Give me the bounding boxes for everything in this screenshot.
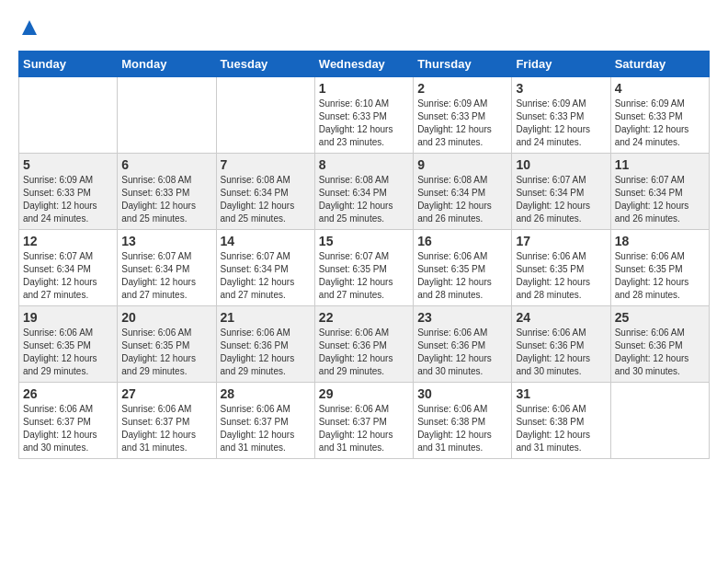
weekday-header: Sunday <box>19 52 118 77</box>
calendar-cell: 19Sunrise: 6:06 AM Sunset: 6:35 PM Dayli… <box>19 306 118 383</box>
day-number: 12 <box>23 234 113 248</box>
day-number: 22 <box>319 310 409 325</box>
day-number: 30 <box>417 386 507 401</box>
day-number: 10 <box>516 157 606 172</box>
day-number: 24 <box>516 310 606 325</box>
calendar-cell: 6Sunrise: 6:08 AM Sunset: 6:33 PM Daylig… <box>118 154 216 230</box>
calendar-cell <box>216 77 314 154</box>
page-header <box>18 18 710 41</box>
calendar-table: SundayMondayTuesdayWednesdayThursdayFrid… <box>18 51 710 459</box>
logo <box>18 18 39 41</box>
day-number: 15 <box>319 234 409 248</box>
day-number: 20 <box>121 310 211 325</box>
day-info: Sunrise: 6:06 AM Sunset: 6:37 PM Dayligh… <box>121 403 211 454</box>
day-info: Sunrise: 6:06 AM Sunset: 6:37 PM Dayligh… <box>319 403 409 454</box>
calendar-header-row: SundayMondayTuesdayWednesdayThursdayFrid… <box>19 52 710 77</box>
day-info: Sunrise: 6:06 AM Sunset: 6:37 PM Dayligh… <box>221 403 311 454</box>
day-number: 27 <box>121 386 211 401</box>
day-number: 29 <box>319 386 409 401</box>
calendar-cell: 5Sunrise: 6:09 AM Sunset: 6:33 PM Daylig… <box>19 154 118 230</box>
day-number: 18 <box>615 234 705 248</box>
calendar-cell: 7Sunrise: 6:08 AM Sunset: 6:34 PM Daylig… <box>216 154 314 230</box>
day-info: Sunrise: 6:08 AM Sunset: 6:34 PM Dayligh… <box>417 174 507 225</box>
calendar-cell: 17Sunrise: 6:06 AM Sunset: 6:35 PM Dayli… <box>512 230 610 306</box>
calendar-week-row: 1Sunrise: 6:10 AM Sunset: 6:33 PM Daylig… <box>19 77 710 154</box>
calendar-cell: 15Sunrise: 6:07 AM Sunset: 6:35 PM Dayli… <box>314 230 413 306</box>
day-info: Sunrise: 6:10 AM Sunset: 6:33 PM Dayligh… <box>319 98 409 149</box>
day-info: Sunrise: 6:06 AM Sunset: 6:35 PM Dayligh… <box>516 250 606 302</box>
day-number: 3 <box>516 81 606 96</box>
calendar-cell: 13Sunrise: 6:07 AM Sunset: 6:34 PM Dayli… <box>118 230 216 306</box>
calendar-cell: 27Sunrise: 6:06 AM Sunset: 6:37 PM Dayli… <box>118 383 216 459</box>
day-info: Sunrise: 6:07 AM Sunset: 6:34 PM Dayligh… <box>615 174 705 225</box>
day-info: Sunrise: 6:06 AM Sunset: 6:36 PM Dayligh… <box>319 327 409 378</box>
day-number: 23 <box>417 310 507 325</box>
day-info: Sunrise: 6:06 AM Sunset: 6:35 PM Dayligh… <box>615 250 705 302</box>
calendar-week-row: 5Sunrise: 6:09 AM Sunset: 6:33 PM Daylig… <box>19 154 710 230</box>
day-info: Sunrise: 6:07 AM Sunset: 6:34 PM Dayligh… <box>23 250 113 302</box>
calendar-cell: 26Sunrise: 6:06 AM Sunset: 6:37 PM Dayli… <box>19 383 118 459</box>
day-number: 21 <box>221 310 311 325</box>
weekday-header: Tuesday <box>216 52 314 77</box>
weekday-header: Thursday <box>414 52 512 77</box>
calendar-cell: 22Sunrise: 6:06 AM Sunset: 6:36 PM Dayli… <box>314 306 413 383</box>
day-number: 13 <box>121 234 211 248</box>
day-number: 9 <box>417 157 507 172</box>
day-number: 5 <box>23 157 113 172</box>
day-info: Sunrise: 6:06 AM Sunset: 6:38 PM Dayligh… <box>417 403 507 454</box>
calendar-cell: 18Sunrise: 6:06 AM Sunset: 6:35 PM Dayli… <box>610 230 709 306</box>
day-info: Sunrise: 6:07 AM Sunset: 6:34 PM Dayligh… <box>121 250 211 302</box>
day-number: 8 <box>319 157 409 172</box>
svg-marker-0 <box>22 20 37 35</box>
day-number: 28 <box>221 386 311 401</box>
day-number: 1 <box>319 81 409 96</box>
calendar-week-row: 26Sunrise: 6:06 AM Sunset: 6:37 PM Dayli… <box>19 383 710 459</box>
day-info: Sunrise: 6:09 AM Sunset: 6:33 PM Dayligh… <box>516 98 606 149</box>
calendar-cell: 28Sunrise: 6:06 AM Sunset: 6:37 PM Dayli… <box>216 383 314 459</box>
calendar-week-row: 19Sunrise: 6:06 AM Sunset: 6:35 PM Dayli… <box>19 306 710 383</box>
calendar-week-row: 12Sunrise: 6:07 AM Sunset: 6:34 PM Dayli… <box>19 230 710 306</box>
calendar-cell: 4Sunrise: 6:09 AM Sunset: 6:33 PM Daylig… <box>610 77 709 154</box>
day-info: Sunrise: 6:06 AM Sunset: 6:35 PM Dayligh… <box>121 327 211 378</box>
day-number: 25 <box>615 310 705 325</box>
day-info: Sunrise: 6:07 AM Sunset: 6:35 PM Dayligh… <box>319 250 409 302</box>
weekday-header: Friday <box>512 52 610 77</box>
calendar-cell: 25Sunrise: 6:06 AM Sunset: 6:36 PM Dayli… <box>610 306 709 383</box>
calendar-cell <box>610 383 709 459</box>
day-info: Sunrise: 6:06 AM Sunset: 6:37 PM Dayligh… <box>23 403 113 454</box>
day-number: 31 <box>516 386 606 401</box>
day-info: Sunrise: 6:06 AM Sunset: 6:36 PM Dayligh… <box>516 327 606 378</box>
calendar-cell: 9Sunrise: 6:08 AM Sunset: 6:34 PM Daylig… <box>414 154 512 230</box>
day-number: 11 <box>615 157 705 172</box>
calendar-cell: 3Sunrise: 6:09 AM Sunset: 6:33 PM Daylig… <box>512 77 610 154</box>
weekday-header: Monday <box>118 52 216 77</box>
calendar-cell: 30Sunrise: 6:06 AM Sunset: 6:38 PM Dayli… <box>414 383 512 459</box>
day-info: Sunrise: 6:08 AM Sunset: 6:34 PM Dayligh… <box>221 174 311 225</box>
calendar-cell <box>19 77 118 154</box>
day-number: 14 <box>221 234 311 248</box>
day-number: 26 <box>23 386 113 401</box>
weekday-header: Saturday <box>610 52 709 77</box>
logo-icon <box>20 18 39 37</box>
calendar-cell: 23Sunrise: 6:06 AM Sunset: 6:36 PM Dayli… <box>414 306 512 383</box>
calendar-cell: 8Sunrise: 6:08 AM Sunset: 6:34 PM Daylig… <box>314 154 413 230</box>
day-number: 2 <box>417 81 507 96</box>
day-number: 16 <box>417 234 507 248</box>
calendar-cell: 29Sunrise: 6:06 AM Sunset: 6:37 PM Dayli… <box>314 383 413 459</box>
day-info: Sunrise: 6:09 AM Sunset: 6:33 PM Dayligh… <box>417 98 507 149</box>
calendar-cell <box>118 77 216 154</box>
day-info: Sunrise: 6:08 AM Sunset: 6:34 PM Dayligh… <box>319 174 409 225</box>
day-number: 19 <box>23 310 113 325</box>
calendar-cell: 1Sunrise: 6:10 AM Sunset: 6:33 PM Daylig… <box>314 77 413 154</box>
calendar-cell: 24Sunrise: 6:06 AM Sunset: 6:36 PM Dayli… <box>512 306 610 383</box>
day-number: 7 <box>221 157 311 172</box>
day-number: 17 <box>516 234 606 248</box>
day-info: Sunrise: 6:06 AM Sunset: 6:36 PM Dayligh… <box>615 327 705 378</box>
calendar-cell: 21Sunrise: 6:06 AM Sunset: 6:36 PM Dayli… <box>216 306 314 383</box>
calendar-cell: 16Sunrise: 6:06 AM Sunset: 6:35 PM Dayli… <box>414 230 512 306</box>
day-info: Sunrise: 6:09 AM Sunset: 6:33 PM Dayligh… <box>23 174 113 225</box>
calendar-cell: 10Sunrise: 6:07 AM Sunset: 6:34 PM Dayli… <box>512 154 610 230</box>
calendar-cell: 2Sunrise: 6:09 AM Sunset: 6:33 PM Daylig… <box>414 77 512 154</box>
day-info: Sunrise: 6:09 AM Sunset: 6:33 PM Dayligh… <box>615 98 705 149</box>
day-info: Sunrise: 6:06 AM Sunset: 6:35 PM Dayligh… <box>23 327 113 378</box>
